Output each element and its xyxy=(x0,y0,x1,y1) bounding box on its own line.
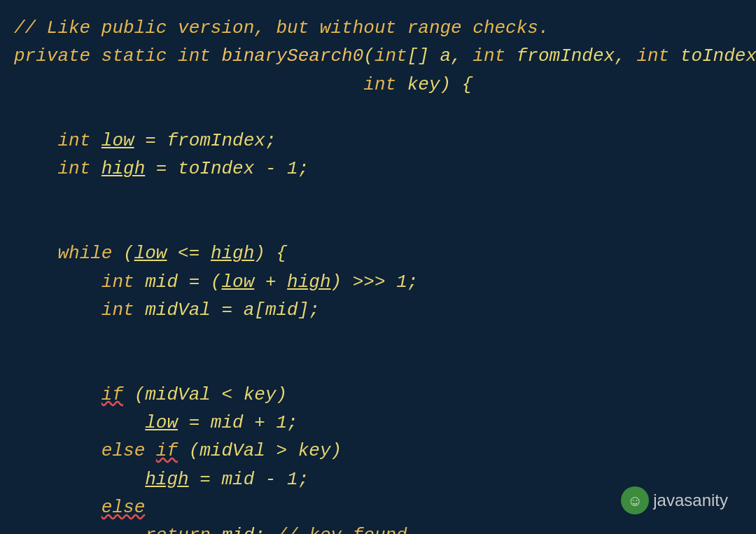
line-6: int high = toIndex - 1; xyxy=(14,155,735,183)
svg-text:☺: ☺ xyxy=(631,493,640,511)
line-3: int key) { xyxy=(14,71,735,99)
line-11: int midVal = a[mid]; xyxy=(14,296,735,324)
line-10: int mid = (low + high) >>> 1; xyxy=(14,268,735,296)
watermark: ☺ javasanity xyxy=(621,486,728,514)
line-16: else if (midVal > key) xyxy=(14,437,735,465)
line-blank-4 xyxy=(14,324,735,352)
line-19: return mid; // key found xyxy=(14,521,735,534)
watermark-label: javasanity xyxy=(653,491,728,510)
line-15: low = mid + 1; xyxy=(14,409,735,437)
line-blank-3 xyxy=(14,211,735,239)
wechat-icon: ☺ xyxy=(621,486,649,514)
line-blank-2 xyxy=(14,183,735,211)
line-blank-5 xyxy=(14,353,735,381)
line-5: int low = fromIndex; xyxy=(14,127,735,155)
code-block: // Like public version, but without rang… xyxy=(14,14,735,534)
line-1: // Like public version, but without rang… xyxy=(14,14,735,42)
line-2: private static int binarySearch0(int[] a… xyxy=(14,42,735,70)
line-9: while (low <= high) { xyxy=(14,239,735,267)
line-blank-1 xyxy=(14,99,735,127)
line-14: if (midVal < key) xyxy=(14,381,735,409)
code-container: // Like public version, but without rang… xyxy=(0,0,756,534)
